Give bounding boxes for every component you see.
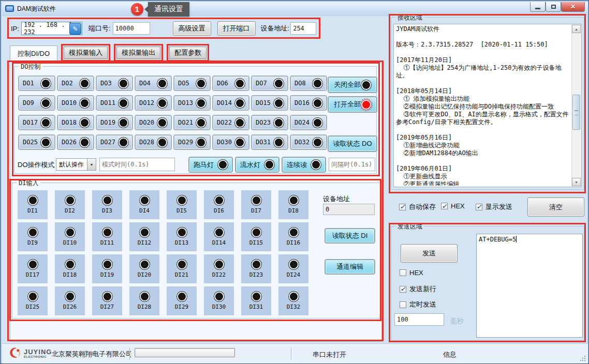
ip-label: IP:	[11, 25, 19, 33]
do-channel-button[interactable]: DO18	[57, 115, 94, 130]
tab-config-params[interactable]: 配置参数	[169, 47, 207, 59]
close-all-button[interactable]: 关闭全部	[328, 77, 377, 93]
led-indicator	[252, 195, 261, 205]
channel-edit-button[interactable]: 通道编辑	[325, 260, 375, 274]
titlebar[interactable]: DAM测试软件 ✕	[2, 2, 588, 16]
continuous-read-button[interactable]: 连续读	[282, 157, 326, 172]
do-channel-button[interactable]: DO6	[213, 76, 249, 90]
do-channel-button[interactable]: DO16	[290, 96, 327, 110]
di-channel-tile: DI28	[129, 286, 159, 315]
annotation-label: 通讯设置	[148, 2, 189, 17]
open-all-button[interactable]: 打开全部	[328, 97, 377, 112]
read-do-status-button[interactable]: 读取状态 DO	[328, 136, 377, 151]
send-interval-input[interactable]	[394, 313, 444, 326]
do-channel-button[interactable]: DO26	[57, 135, 94, 149]
do-channel-button[interactable]: DO15	[252, 96, 288, 110]
tab-control-dido[interactable]: 控制DI/DO	[10, 46, 57, 62]
do-channel-button[interactable]: DO14	[213, 96, 249, 110]
mode-time-input[interactable]	[99, 158, 175, 171]
do-mode-select[interactable]: 默认操作 ▼	[56, 158, 96, 171]
pencil-icon: ✎	[72, 25, 78, 33]
do-channel-button[interactable]: DO28	[135, 135, 171, 149]
do-channel-button[interactable]: DO23	[252, 115, 288, 130]
led-indicator	[313, 138, 322, 147]
di-channel-tile: DI18	[55, 254, 85, 283]
do-channel-button[interactable]: DO19	[96, 115, 132, 130]
send-textarea[interactable]: AT+DEBUG=5	[476, 234, 583, 338]
serial-status-text: 串口未打开	[313, 350, 346, 359]
maximize-button[interactable]	[546, 2, 561, 12]
advanced-settings-button[interactable]: 高级设置	[173, 21, 211, 36]
port-input[interactable]	[113, 22, 150, 35]
do-channel-button[interactable]: DO32	[290, 135, 327, 149]
di-channel-label: DI2	[65, 207, 75, 214]
minimize-button[interactable]	[530, 2, 546, 12]
di-channel-label: DI11	[100, 239, 114, 246]
device-address-input[interactable]	[290, 22, 316, 35]
receive-scrollbar[interactable]: ▲ ▼	[571, 25, 581, 186]
do-channel-button[interactable]: DO4	[135, 76, 171, 90]
led-indicator	[214, 292, 224, 301]
do-channel-button[interactable]: DO27	[96, 135, 132, 149]
send-hex-checkbox[interactable]: HEX	[400, 269, 423, 277]
do-channel-button[interactable]: DO11	[96, 96, 132, 110]
receive-hex-checkbox[interactable]: ✓ HEX	[441, 202, 465, 210]
do-channel-label: DO28	[139, 139, 154, 146]
edit-ip-button[interactable]: ✎	[69, 23, 81, 35]
do-channel-button[interactable]: DO22	[213, 115, 249, 130]
tab-analog-input[interactable]: 模拟量输入	[64, 47, 108, 59]
scrollbar-thumb[interactable]	[572, 95, 580, 130]
led-indicator	[80, 118, 90, 128]
marquee-button[interactable]: 跑马灯	[189, 157, 232, 172]
resize-grip[interactable]	[580, 356, 585, 361]
do-channel-button[interactable]: DO12	[135, 96, 171, 110]
send-button[interactable]: 发送	[401, 244, 458, 263]
do-channel-button[interactable]: DO21	[174, 115, 210, 130]
send-newline-label: 发送新行	[409, 284, 436, 294]
do-channel-button[interactable]: DO24	[290, 115, 327, 130]
autosave-checkbox[interactable]: ✓ 自动保存	[399, 202, 436, 211]
do-channel-button[interactable]: DO9	[19, 96, 55, 110]
close-button[interactable]: ✕	[561, 2, 585, 12]
scroll-up-button[interactable]: ▲	[572, 25, 581, 33]
do-channel-button[interactable]: DO1	[19, 76, 55, 90]
send-newline-checkbox[interactable]: ✓ 发送新行	[400, 284, 436, 294]
read-di-status-button[interactable]: 读取状态 DI	[325, 229, 375, 243]
send-hex-label: HEX	[409, 269, 423, 277]
do-channel-button[interactable]: DO20	[135, 115, 171, 130]
di-channel-tile: DI11	[92, 222, 122, 251]
di-channel-tile: DI5	[167, 190, 197, 219]
di-channel-tile: DI24	[278, 254, 308, 283]
tab-analog-output[interactable]: 模拟量输出	[116, 47, 160, 59]
led-indicator	[140, 195, 150, 205]
ip-input[interactable]: 192 . 168 . 1 . 232 ✎	[21, 22, 82, 35]
timed-send-checkbox[interactable]: 定时发送	[400, 300, 436, 309]
do-channel-button[interactable]: DO13	[174, 96, 210, 110]
do-channel-label: DO29	[178, 139, 193, 146]
di-channel-tile: DI14	[204, 222, 234, 251]
led-indicator	[28, 195, 38, 205]
do-channel-button[interactable]: DO10	[57, 96, 94, 110]
do-channel-button[interactable]: DO8	[290, 76, 327, 90]
do-channel-button[interactable]: DO29	[174, 135, 210, 149]
do-channel-button[interactable]: DO2	[57, 76, 94, 90]
send-area-group: 发送区域 AT+DEBUG=5 发送 HEX ✓ 发送新行 定时发送 毫秒	[391, 226, 584, 341]
show-send-checkbox[interactable]: ✓ 显示发送	[476, 202, 512, 211]
scroll-down-button[interactable]: ▼	[572, 178, 581, 186]
led-indicator	[28, 260, 38, 269]
do-channel-button[interactable]: DO7	[252, 76, 288, 90]
do-channel-button[interactable]: DO31	[252, 135, 288, 149]
interval-time-input[interactable]	[329, 158, 375, 171]
do-channel-button[interactable]: DO30	[213, 135, 249, 149]
clear-button[interactable]: 清空	[527, 198, 584, 217]
do-channel-button[interactable]: DO25	[19, 135, 55, 149]
do-channel-button[interactable]: DO3	[96, 76, 132, 90]
di-channel-tile: DI23	[241, 254, 271, 283]
di-device-address-input[interactable]	[323, 204, 375, 215]
do-channel-button[interactable]: DO5	[174, 76, 210, 90]
flow-light-button[interactable]: 流水灯	[235, 157, 279, 172]
open-port-button[interactable]: 打开端口	[217, 21, 256, 36]
do-channel-label: DO25	[23, 139, 38, 146]
do-channel-button[interactable]: DO17	[19, 115, 55, 130]
receive-log[interactable]: JYDAM调试软件 版本号：2.3.7315.28527 [2020-01-11…	[393, 24, 582, 187]
